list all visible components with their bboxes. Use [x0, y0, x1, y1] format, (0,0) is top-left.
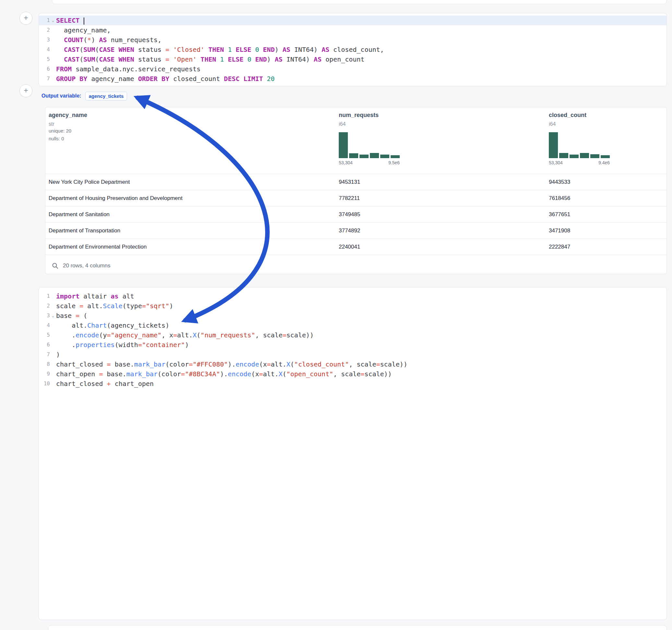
code-line[interactable]: 2 agency_name, [39, 25, 667, 35]
search-icon[interactable] [52, 263, 58, 269]
dataframe-card: agency_name str unique: 20 nulls: 0 num_… [45, 107, 667, 274]
code-line[interactable]: 7) [39, 350, 667, 359]
table-cell: 9453131 [339, 174, 540, 190]
histogram-bar [580, 153, 589, 158]
add-cell-button[interactable]: + [20, 84, 32, 97]
line-number: 7 [39, 350, 50, 359]
code-line[interactable]: 3 COUNT(*) AS num_requests, [39, 35, 667, 45]
code-line[interactable]: 6FROM sample_data.nyc.service_requests [39, 64, 667, 74]
sql-editor[interactable]: 1⌄SELECT 2 agency_name,3 COUNT(*) AS num… [39, 13, 667, 83]
line-number: 4 [39, 320, 50, 330]
code-line[interactable]: 10chart_closed + chart_open [39, 379, 667, 389]
gutter-spacer [50, 330, 56, 340]
gutter-spacer [50, 320, 56, 330]
histogram-bar [549, 132, 558, 158]
column-type: i64 [549, 121, 610, 127]
code-text: FROM sample_data.nyc.service_requests [56, 64, 667, 74]
column-header-closed-count[interactable]: closed_count [549, 112, 610, 119]
histogram-bar [339, 132, 348, 158]
add-cell-button[interactable]: + [20, 12, 32, 25]
column-stat-nulls: nulls: 0 [49, 135, 334, 143]
code-text: COUNT(*) AS num_requests, [56, 35, 667, 45]
table-row[interactable]: Department of Transportation377489234719… [45, 222, 667, 239]
table-row[interactable]: Department of Housing Preservation and D… [45, 190, 667, 206]
gutter-spacer [50, 74, 56, 83]
line-number: 7 [39, 74, 50, 83]
table-cell: 2240041 [339, 239, 540, 255]
histogram-bar [349, 153, 358, 158]
output-variable-chip[interactable]: agency_tickets [85, 92, 127, 100]
table-cell: 3471908 [549, 223, 662, 239]
code-line[interactable]: 7GROUP BY agency_name ORDER BY closed_co… [39, 74, 667, 83]
fold-chevron-icon[interactable]: ⌄ [50, 311, 56, 320]
python-cell: 1import altair as alt2scale = alt.Scale(… [39, 287, 667, 620]
line-number: 3 [39, 35, 50, 45]
table-cell: 7782211 [339, 190, 540, 206]
hist-max-label: 9.5e6 [388, 160, 400, 165]
code-text: chart_closed + chart_open [56, 379, 667, 389]
column-type: i64 [339, 121, 400, 127]
code-text: agency_name, [56, 25, 667, 35]
code-line[interactable]: 5 .encode(y="agency_name", x=alt.X("num_… [39, 330, 667, 340]
code-line[interactable]: 4 alt.Chart(agency_tickets) [39, 320, 667, 330]
table-cell: 7618456 [549, 190, 662, 206]
table-cell: 3677651 [549, 207, 662, 222]
table-row[interactable]: New York City Police Department945313194… [45, 174, 667, 190]
code-line[interactable]: 2scale = alt.Scale(type="sqrt") [39, 301, 667, 311]
code-line[interactable]: 8chart_closed = base.mark_bar(color="#FF… [39, 359, 667, 369]
gutter-spacer [50, 369, 56, 379]
table-cell: Department of Environmental Protection [49, 239, 334, 255]
hist-min-label: 53,304 [549, 160, 563, 165]
line-number: 2 [39, 301, 50, 311]
gutter-spacer [50, 54, 56, 64]
column-header-num-requests[interactable]: num_requests [339, 112, 400, 119]
gutter-spacer [50, 35, 56, 45]
text-cursor [83, 18, 84, 25]
code-text: .properties(width="container") [56, 340, 667, 350]
code-text: base = ( [56, 311, 667, 320]
gutter-spacer [50, 350, 56, 359]
code-text: import altair as alt [56, 291, 667, 301]
fold-chevron-icon[interactable]: ⌄ [50, 16, 56, 25]
line-number: 5 [39, 330, 50, 340]
histogram-bar [380, 154, 389, 158]
line-number: 1 [39, 291, 50, 301]
column-histogram [339, 132, 400, 158]
code-line[interactable]: 5 CAST(SUM(CASE WHEN status = 'Open' THE… [39, 54, 667, 64]
table-cell: 3749485 [339, 207, 540, 222]
table-cell: 3774892 [339, 223, 540, 239]
histogram-bar [360, 154, 368, 158]
python-editor[interactable]: 1import altair as alt2scale = alt.Scale(… [39, 287, 667, 389]
code-line[interactable]: 1⌄SELECT [39, 16, 667, 25]
hist-max-label: 9.4e6 [598, 160, 610, 165]
histogram-bar [601, 155, 610, 158]
table-cell: New York City Police Department [49, 174, 334, 190]
table-row[interactable]: Department of Sanitation37494853677651 [45, 206, 667, 222]
code-text: CAST(SUM(CASE WHEN status = 'Open' THEN … [56, 54, 667, 64]
gutter-spacer [50, 25, 56, 35]
table-body: New York City Police Department945313194… [45, 174, 667, 255]
code-text: alt.Chart(agency_tickets) [56, 320, 667, 330]
output-variable-row: Output variable: agency_tickets [42, 90, 127, 102]
gutter-spacer [50, 359, 56, 369]
line-number: 2 [39, 25, 50, 35]
code-line[interactable]: 6 .properties(width="container") [39, 340, 667, 350]
line-number: 10 [39, 379, 50, 389]
next-cell-edge [48, 625, 667, 630]
code-line[interactable]: 1import altair as alt [39, 291, 667, 301]
code-text: CAST(SUM(CASE WHEN status = 'Closed' THE… [56, 45, 667, 54]
table-row[interactable]: Department of Environmental Protection22… [45, 239, 667, 255]
code-line[interactable]: 4 CAST(SUM(CASE WHEN status = 'Closed' T… [39, 45, 667, 54]
column-type: str [49, 121, 334, 127]
code-text: SELECT [56, 16, 667, 25]
histogram-bar [570, 154, 579, 158]
row-count-label: 20 rows, 4 columns [63, 263, 110, 269]
line-number: 4 [39, 45, 50, 54]
line-number: 1 [39, 16, 50, 25]
code-line[interactable]: 3⌄base = ( [39, 311, 667, 320]
code-line[interactable]: 9chart_open = base.mark_bar(color="#8BC3… [39, 369, 667, 379]
histogram-bar [370, 153, 379, 158]
histogram-bar [391, 155, 400, 158]
line-number: 6 [39, 340, 50, 350]
column-header-agency-name[interactable]: agency_name [49, 112, 334, 119]
